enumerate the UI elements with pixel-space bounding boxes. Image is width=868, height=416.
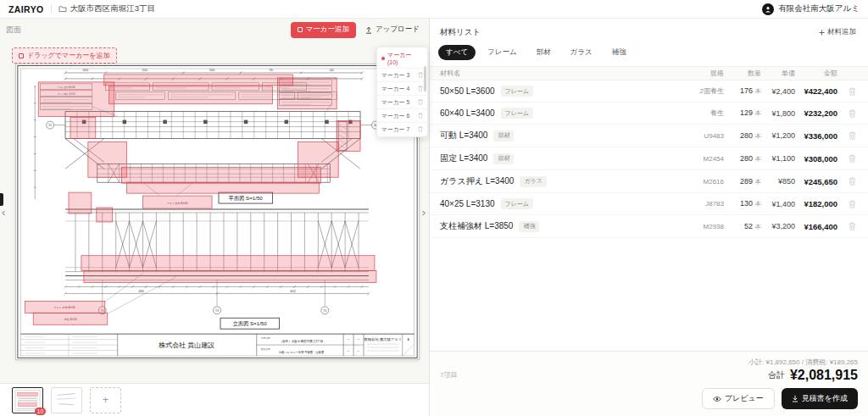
- material-row[interactable]: 可動 L=3400 部材 U9483 280 本 ¥1,200 ¥336,000: [430, 125, 868, 147]
- viewer-section-label: 図面: [6, 25, 21, 36]
- material-row[interactable]: 支柱補強材 L=3850 補強 M2938 52 本 ¥3,200 ¥166,4…: [430, 215, 868, 238]
- trash-icon: [849, 131, 856, 140]
- marker-delete-icon[interactable]: [418, 86, 423, 92]
- total-amount: ¥2,081,915: [790, 368, 858, 382]
- download-icon: [792, 395, 798, 402]
- marker-scrollbar[interactable]: [424, 66, 426, 92]
- material-amount: ¥232,200: [795, 108, 837, 118]
- materials-tab[interactable]: すべて: [438, 45, 476, 60]
- svg-text:730: 730: [269, 69, 273, 72]
- material-name: 可動 L=3400: [440, 130, 487, 141]
- subtotal-line: 小計: ¥1,892,650 / 消費税: ¥189,265: [748, 358, 858, 367]
- add-marker-button[interactable]: マーカー追加: [291, 22, 356, 38]
- marker-list-item[interactable]: マーカー 7: [377, 122, 427, 136]
- upload-button[interactable]: アップロード: [362, 22, 423, 37]
- main-layout: 図面 マーカー追加 アップロード 300015001360730450アルミ笠木…: [0, 19, 868, 416]
- col-price: 単価: [761, 69, 795, 78]
- material-spec: M2938: [670, 223, 724, 230]
- marker-panel-header: マーカー (10): [377, 49, 427, 68]
- materials-tabs: すべてフレーム部材ガラス補強: [430, 42, 868, 66]
- delete-material-button[interactable]: [837, 222, 856, 230]
- materials-tab[interactable]: 部材: [529, 45, 559, 60]
- left-edge-handle[interactable]: [0, 193, 3, 206]
- materials-tab[interactable]: フレーム: [480, 45, 525, 60]
- svg-text:工事名称: 工事名称: [261, 336, 270, 340]
- marker-delete-icon[interactable]: [418, 113, 423, 119]
- items-count: 7項目: [440, 370, 457, 383]
- delete-material-button[interactable]: [837, 109, 856, 118]
- materials-tab[interactable]: 補強: [604, 45, 634, 60]
- add-page-button[interactable]: +: [90, 387, 121, 413]
- delete-material-button[interactable]: [837, 154, 856, 163]
- svg-text:A: A: [408, 338, 410, 341]
- breadcrumb-label: 大阪市西区南堀江3丁目: [70, 3, 155, 14]
- material-row[interactable]: 50×50 L=3600 フレーム 2面養生 176 本 ¥2,400 ¥422…: [430, 80, 868, 103]
- prev-page-chevron[interactable]: ‹: [2, 207, 5, 219]
- preview-button[interactable]: プレビュー: [702, 388, 775, 409]
- material-name: ガラス押え L=3400: [440, 175, 514, 187]
- delete-material-button[interactable]: [837, 131, 856, 140]
- marker-count-badge: 10: [35, 408, 46, 415]
- trash-icon: [849, 87, 856, 96]
- material-spec: U9483: [670, 132, 724, 140]
- drag-add-marker-button[interactable]: ドラッグでマーカーを追加: [12, 47, 117, 64]
- material-unit-price: ¥1,800: [761, 109, 795, 118]
- marker-item-label: マーカー 6: [381, 112, 409, 120]
- svg-text:1360: 1360: [209, 69, 215, 72]
- svg-text:支柱 50×50: 支柱 50×50: [64, 318, 76, 321]
- trash-icon: [849, 154, 856, 163]
- plus-icon: [819, 30, 825, 36]
- material-unit-price: ¥3,200: [761, 222, 795, 230]
- material-name: 固定 L=3400: [440, 153, 487, 164]
- material-category-badge: 部材: [493, 153, 514, 164]
- delete-material-button[interactable]: [837, 200, 856, 208]
- add-material-button[interactable]: 材料追加: [817, 25, 858, 39]
- marker-delete-icon[interactable]: [418, 72, 423, 78]
- material-name: 60×40 L=3400: [440, 108, 495, 118]
- material-qty: 129 本: [724, 108, 761, 118]
- trash-icon: [849, 177, 856, 186]
- marker-list-item[interactable]: マーカー 6: [377, 108, 427, 122]
- create-quote-button[interactable]: 見積書を作成: [782, 388, 858, 409]
- svg-text:ー: ー: [358, 350, 360, 353]
- marker-delete-icon[interactable]: [418, 99, 423, 105]
- material-row[interactable]: 40×25 L=3130 フレーム J8783 130 本 ¥1,400 ¥18…: [430, 193, 868, 215]
- trash-icon: [849, 109, 856, 118]
- delete-material-button[interactable]: [837, 177, 856, 186]
- material-category-badge: 部材: [493, 130, 514, 141]
- material-spec: 2面養生: [670, 86, 724, 96]
- drawing-sheet[interactable]: 300015001360730450アルミ笠木 60×40ガラス押え 20×15…: [15, 64, 420, 360]
- page-thumbnail-1[interactable]: 10: [12, 387, 43, 413]
- marker-list-item[interactable]: マーカー 5: [377, 95, 427, 108]
- page-thumbnail-2[interactable]: [51, 387, 82, 413]
- materials-title: 材料リスト: [440, 27, 481, 38]
- folder-icon: [58, 5, 67, 13]
- material-amount: ¥308,000: [795, 154, 837, 164]
- material-row[interactable]: 60×40 L=3400 フレーム 養生 129 本 ¥1,800 ¥232,2…: [430, 103, 868, 125]
- drawing-canvas[interactable]: 300015001360730450アルミ笠木 60×40ガラス押え 20×15…: [0, 41, 429, 383]
- account-menu[interactable]: 有限会社南大阪アルミ: [762, 3, 860, 15]
- material-spec: 養生: [670, 108, 724, 118]
- marker-items: マーカー 3 マーカー 4 マーカー 5 マーカー 6 マーカー 7: [377, 68, 427, 136]
- breadcrumb[interactable]: 大阪市西区南堀江3丁目: [58, 3, 155, 14]
- materials-tab[interactable]: ガラス: [563, 45, 600, 60]
- material-row[interactable]: 固定 L=3400 部材 M2454 280 本 ¥1,100 ¥308,000: [430, 147, 868, 170]
- material-unit-price: ¥1,400: [761, 200, 795, 208]
- material-category-badge: 補強: [519, 221, 539, 232]
- app-logo: ZAIRYO: [8, 4, 44, 14]
- materials-header: 材料リスト 材料追加: [430, 19, 868, 42]
- material-row[interactable]: ガラス押え L=3400 ガラス M2616 289 本 ¥850 ¥245,6…: [430, 170, 868, 193]
- material-amount: ¥245,650: [795, 177, 837, 186]
- marker-square-icon: [298, 27, 303, 32]
- svg-text:Y5: Y5: [323, 309, 326, 313]
- add-page-label: +: [103, 394, 108, 406]
- marker-delete-icon[interactable]: [418, 126, 423, 132]
- delete-material-button[interactable]: [837, 87, 856, 96]
- upload-icon: [365, 26, 372, 34]
- top-bar: ZAIRYO 大阪市西区南堀江3丁目 有限会社南大阪アルミ: [0, 0, 868, 19]
- avatar: [762, 3, 774, 15]
- marker-list-item[interactable]: マーカー 3: [377, 68, 427, 81]
- next-page-chevron[interactable]: ›: [422, 207, 426, 219]
- marker-list-item[interactable]: マーカー 4: [377, 81, 427, 95]
- svg-text:X1: X1: [48, 124, 52, 127]
